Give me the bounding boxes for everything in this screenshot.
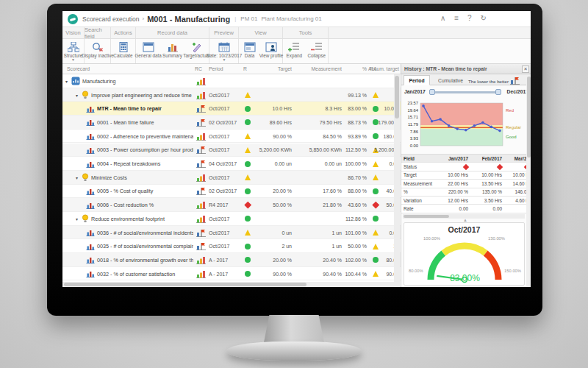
app-window: Scorecard execution › M001 - Manufacturi… [62,11,531,287]
tab-cumulative[interactable]: Cumulative [432,75,469,85]
target-cell: 20.00 % [246,185,292,199]
detail-value-cell: 10.00 Hrs [437,172,470,177]
slider-handle-right[interactable] [495,89,501,95]
percent-cell: 101.00 % [343,226,367,240]
svg-text:19.64: 19.64 [407,108,418,113]
toolbar-button-label: Calculate [113,53,132,58]
table-row[interactable]: 0001 - Mean time failure02 Oct/201789.60… [62,116,401,130]
view-profile-button[interactable]: View profile [260,39,282,63]
general-data-icon [143,41,154,52]
direction-note: The lower the better [468,77,520,85]
ribbon-group-preview[interactable]: Preview [209,27,239,38]
flag-chart-icon [195,185,207,199]
percent-cell: 112.50 % [343,144,367,158]
measurement-cell: 5,850.00 KWh [295,144,342,158]
detail-value-cell: 13.50 Hrs [470,181,504,186]
percent-cell: 102.00 % [343,253,367,267]
item-label: 0036 - # of social/environmental inciden… [97,230,193,236]
scroll-thumb[interactable] [527,77,531,158]
history-panel-title: History : MTR - Mean time to repair [404,66,487,71]
calculate-button[interactable]: Calculate [111,39,135,63]
breadcrumb[interactable]: Scorecard execution [82,15,140,23]
help-icon[interactable]: ? [467,14,472,22]
close-icon[interactable]: × [522,66,529,73]
measurement-cell: 0.00 un [295,157,342,171]
expand-button[interactable]: Expand [283,39,306,63]
data-button[interactable]: Data [239,39,260,63]
measurement-cell: 90.40 % [295,267,342,281]
item-label: 0002 - Adherence to preventive maintenan… [97,133,193,140]
tree-expander-icon[interactable]: ▾ [76,175,82,180]
percent-cell: 100.00 % [343,157,367,171]
scorecard-item-name: 0006 - Cost reduction % [62,198,193,212]
svg-text:15.71: 15.71 [407,115,418,119]
detail-value-cell: 135.00 % [470,189,504,194]
table-horizontal-scrollbar[interactable] [62,282,394,287]
ribbon-group-search-field[interactable]: Search field [85,27,111,38]
tree-expander-icon[interactable]: ▾ [76,93,82,98]
trend-chart-icon [195,130,207,144]
scroll-thumb[interactable] [395,76,399,118]
tree-expander-icon[interactable]: ▾ [76,216,82,222]
ribbon-group-tools[interactable]: Tools [283,27,329,38]
table-row[interactable]: 0002 - Adherence to preventive maintenan… [62,130,401,144]
detail-row-variation: Variation12.00 Hrs3.50 Hrs4.60 H [401,197,531,205]
history-detail-table: FieldJan/2017Feb/2017Mar/20StatusTarget1… [401,154,531,213]
target-actual-button[interactable]: Target/actual [184,39,209,63]
table-vertical-scrollbar[interactable] [394,74,400,286]
table-row[interactable]: ▾Reduce environmental footprintOct/20171… [62,212,401,226]
detail-field-label: Variation [401,198,437,203]
slider-end-label: Dec/2017 [507,89,528,94]
percent-cell: 88.73 % [343,116,367,130]
table-row[interactable]: 0005 - % Cost of quality02 Oct/201720.00… [62,185,401,199]
general-data-button[interactable]: General data [136,39,160,63]
toolbar-button-label: Display inactive [82,53,114,58]
svg-text:Red: Red [506,108,514,113]
scroll-thumb[interactable] [64,283,306,286]
kpi-icon [86,132,95,140]
date-10-23-2017-button[interactable]: Date: 10/23/2017▼ [209,39,239,63]
panel-vertical-scrollbar[interactable] [526,75,531,287]
menu-icon[interactable]: ≡ [454,14,459,22]
status-red-icon [497,163,503,169]
kpi-icon [86,105,95,113]
table-row[interactable]: 0018 - % of environmental growth over th… [62,253,401,267]
table-row[interactable]: ▾Improve plant engineering and reduce ti… [62,88,401,102]
collapse-icon[interactable]: ∧ [440,14,445,22]
summary-button[interactable]: Summary [160,39,184,63]
gauge-low-label: 100.00% [423,236,440,241]
ribbon-group-actions[interactable]: Actions [111,27,136,38]
gauge-card: Oct/2017 80.00% 100.00% 130.00% 150.00% … [404,222,525,286]
scorecard-item-name: ▾Reduce environmental footprint [62,212,193,226]
table-row[interactable]: 0006 - Cost reduction %R4 201750.00 %21.… [62,198,401,212]
table-row[interactable]: 0032 - % of customer satisfactionA - 201… [62,267,401,281]
ribbon-group-record-data[interactable]: Record data [136,27,209,38]
slider-handle-left[interactable] [429,89,435,95]
table-row[interactable]: 0004 - Repeat breakdowns04 Oct/20170.00 … [62,157,401,171]
tree-expander-icon[interactable]: ▾ [65,79,71,84]
slider-track[interactable] [431,91,500,93]
view-profile-icon [265,41,277,52]
item-label: Improve plant engineering and reduce tim… [91,92,192,99]
refresh-icon[interactable]: ↻ [481,14,487,22]
detail-value-cell: 3.50 Hrs [470,198,504,203]
ribbon-group-vision[interactable]: Vision [62,27,85,38]
table-row[interactable]: MTR - Mean time to repairOct/201710.0 Hr… [62,102,401,116]
collapse-button[interactable]: Collapse [306,39,329,63]
table-row[interactable]: 0036 - # of social/environmental inciden… [62,226,401,240]
table-row[interactable]: ▾Manufacturing [62,74,401,88]
table-row[interactable]: ▾Minimize CostsOct/201786.70 % [62,171,401,185]
svg-text:11.79: 11.79 [408,122,418,127]
ribbon-group-view[interactable]: View [239,27,283,38]
scroll-thumb[interactable] [404,215,449,218]
scorecard-item-name: 0018 - % of environmental growth over th… [62,253,193,267]
table-row[interactable]: 0035 - # of social/environmental complai… [62,239,401,253]
svg-text:23.57: 23.57 [407,101,418,105]
structure-button[interactable]: Structure▼ [62,39,84,63]
percent-cell: 43.60 % [343,198,367,212]
column-header-accum-target[interactable]: Accum. target [62,66,399,71]
tab-period[interactable]: Period [404,75,430,85]
detail-row-measurement: Measurement22.00 Hrs13.50 Hrs14.60 H [401,180,531,188]
table-row[interactable]: 0003 - Power consumption per hour produc… [62,144,401,158]
display-inactive-button[interactable]: Display inactive [85,39,111,63]
